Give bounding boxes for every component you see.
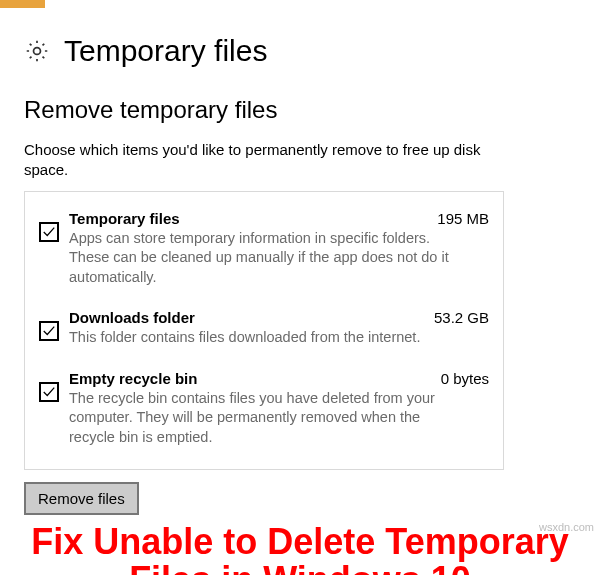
list-item: Empty recycle bin 0 bytes The recycle bi… (39, 364, 489, 452)
gear-icon (24, 38, 50, 64)
removable-items-list: Temporary files 195 MB Apps can store te… (24, 191, 504, 471)
svg-point-0 (34, 48, 41, 55)
item-size: 53.2 GB (434, 309, 489, 326)
watermark: wsxdn.com (539, 521, 594, 533)
item-description: This folder contains files downloaded fr… (69, 328, 469, 348)
item-title: Downloads folder (69, 309, 195, 326)
item-description: Apps can store temporary information in … (69, 229, 469, 288)
article-banner: Fix Unable to Delete Temporary Files in … (0, 523, 600, 575)
item-head: Temporary files 195 MB (69, 210, 489, 227)
section-title: Remove temporary files (24, 96, 576, 124)
section-description: Choose which items you'd like to permane… (24, 140, 484, 181)
checkbox-empty-recycle-bin[interactable] (39, 382, 59, 402)
banner-line: Files in Windows 10 (6, 561, 594, 575)
checkbox-temporary-files[interactable] (39, 222, 59, 242)
item-title: Empty recycle bin (69, 370, 197, 387)
item-description: The recycle bin contains files you have … (69, 389, 469, 448)
page-header: Temporary files (24, 34, 576, 68)
window-accent-bar (0, 0, 45, 8)
item-body: Empty recycle bin 0 bytes The recycle bi… (69, 370, 489, 448)
list-item: Temporary files 195 MB Apps can store te… (39, 204, 489, 304)
settings-panel: Temporary files Remove temporary files C… (0, 8, 600, 515)
item-title: Temporary files (69, 210, 180, 227)
item-size: 195 MB (437, 210, 489, 227)
item-body: Temporary files 195 MB Apps can store te… (69, 210, 489, 288)
checkbox-downloads-folder[interactable] (39, 321, 59, 341)
page-title: Temporary files (64, 34, 267, 68)
item-head: Downloads folder 53.2 GB (69, 309, 489, 326)
item-head: Empty recycle bin 0 bytes (69, 370, 489, 387)
item-body: Downloads folder 53.2 GB This folder con… (69, 309, 489, 348)
list-item: Downloads folder 53.2 GB This folder con… (39, 303, 489, 364)
banner-line: Fix Unable to Delete Temporary (6, 523, 594, 561)
item-size: 0 bytes (441, 370, 489, 387)
remove-files-button[interactable]: Remove files (24, 482, 139, 515)
